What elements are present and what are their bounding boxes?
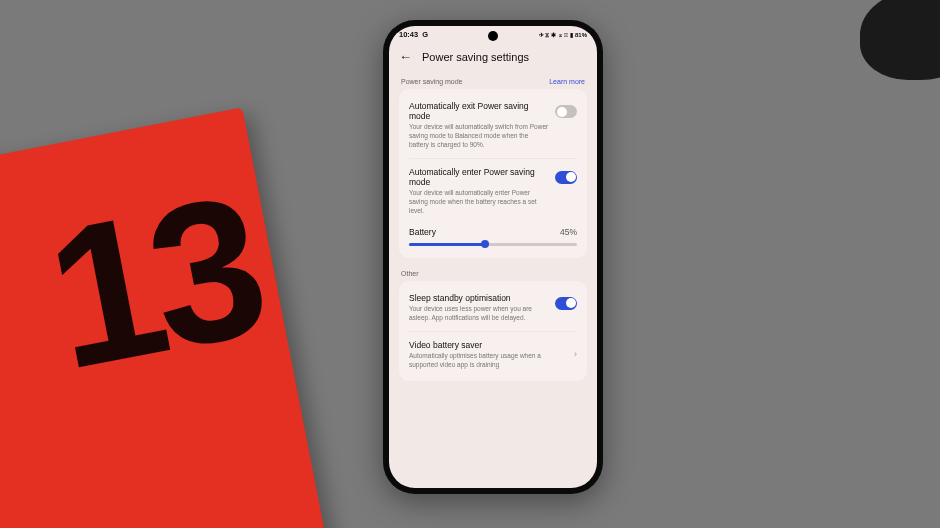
battery-slider[interactable]	[409, 243, 577, 246]
setting-desc: Your device will automatically enter Pow…	[409, 189, 549, 215]
toggle-sleep-standby[interactable]	[555, 297, 577, 310]
setting-sleep-standby[interactable]: Sleep standby optimisation Your device u…	[409, 289, 577, 327]
status-time: 10:43	[399, 30, 418, 39]
toggle-auto-enter[interactable]	[555, 171, 577, 184]
section-label: Power saving mode	[401, 78, 462, 85]
section-header-other: Other	[399, 266, 587, 281]
setting-title: Automatically exit Power saving mode	[409, 101, 549, 121]
learn-more-link[interactable]: Learn more	[549, 78, 585, 85]
setting-battery-threshold: Battery 45%	[409, 219, 577, 250]
status-extra: G	[422, 30, 428, 39]
status-icons: ✈ ⧖ ✱ ⌅ ⁝⁝ ▮	[539, 31, 573, 39]
section-label: Other	[401, 270, 419, 277]
card-power-saving: Automatically exit Power saving mode You…	[399, 89, 587, 258]
toggle-auto-exit[interactable]	[555, 105, 577, 118]
setting-auto-exit[interactable]: Automatically exit Power saving mode You…	[409, 97, 577, 154]
status-battery: 81%	[575, 32, 587, 38]
setting-title: Video battery saver	[409, 340, 568, 350]
background-object	[860, 0, 940, 80]
product-box: 13	[0, 107, 349, 528]
section-header-mode: Power saving mode Learn more	[399, 74, 587, 89]
phone-frame: 10:43 G ✈ ⧖ ✱ ⌅ ⁝⁝ ▮ 81% ← Power saving …	[383, 20, 603, 494]
slider-label: Battery	[409, 227, 436, 237]
back-icon[interactable]: ←	[399, 49, 412, 64]
setting-video-saver[interactable]: Video battery saver Automatically optimi…	[409, 331, 577, 374]
setting-desc: Automatically optimises battery usage wh…	[409, 352, 568, 370]
setting-title: Sleep standby optimisation	[409, 293, 549, 303]
slider-value: 45%	[560, 227, 577, 237]
page-header: ← Power saving settings	[389, 41, 597, 74]
setting-auto-enter[interactable]: Automatically enter Power saving mode Yo…	[409, 158, 577, 220]
setting-title: Automatically enter Power saving mode	[409, 167, 549, 187]
card-other: Sleep standby optimisation Your device u…	[399, 281, 587, 381]
camera-notch	[488, 31, 498, 41]
phone-screen: 10:43 G ✈ ⧖ ✱ ⌅ ⁝⁝ ▮ 81% ← Power saving …	[389, 26, 597, 488]
setting-desc: Your device uses less power when you are…	[409, 305, 549, 323]
box-number: 13	[31, 150, 274, 414]
setting-desc: Your device will automatically switch fr…	[409, 123, 549, 149]
chevron-right-icon: ›	[574, 349, 577, 359]
slider-thumb[interactable]	[481, 240, 489, 248]
page-title: Power saving settings	[422, 51, 529, 63]
